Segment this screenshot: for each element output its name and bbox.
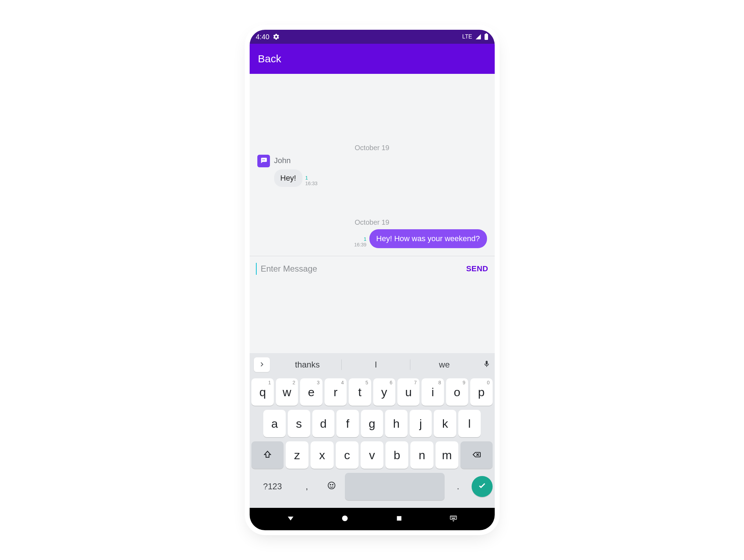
send-button[interactable]: SEND [466, 264, 488, 273]
key-j[interactable]: j [410, 410, 432, 437]
key-s[interactable]: s [288, 410, 310, 437]
signal-icon [475, 34, 481, 40]
chat-bubble-icon [260, 156, 267, 166]
message-bubble-incoming: Hey! [274, 169, 303, 187]
phone-frame: 4:40 LTE Back October 19 John [250, 30, 495, 530]
sender-name: John [274, 155, 291, 167]
shift-key[interactable] [251, 441, 283, 469]
key-c[interactable]: c [336, 441, 359, 469]
key-number: 1 [268, 380, 271, 385]
key-z[interactable]: z [286, 441, 308, 469]
avatar[interactable] [257, 155, 270, 167]
period-key[interactable]: . [447, 473, 469, 500]
status-time: 4:40 [256, 33, 270, 41]
key-number: 0 [487, 380, 490, 385]
keyboard-row: q1w2e3r4t5y6u7i8o9p0 [252, 378, 493, 406]
suggestion-item[interactable]: thanks [273, 360, 342, 370]
message-outgoing[interactable]: 1 16:39 Hey! How was your weekend? [250, 229, 495, 248]
enter-key[interactable] [472, 476, 493, 497]
key-a[interactable]: a [263, 410, 286, 437]
key-number: 9 [463, 380, 465, 385]
suggestion-bar: thanks I we [250, 353, 495, 376]
key-number: 8 [438, 380, 441, 385]
message-time: 16:33 [305, 181, 318, 186]
key-d[interactable]: d [312, 410, 335, 437]
suggestion-item[interactable]: we [410, 360, 479, 370]
backspace-key[interactable] [460, 441, 492, 469]
svg-point-3 [263, 160, 264, 160]
keyboard-hide-icon [449, 514, 458, 524]
keyboard-row: asdfghjkl [252, 410, 493, 437]
status-bar: 4:40 LTE [250, 30, 495, 44]
message-meta: 1 16:33 [305, 175, 318, 187]
key-q[interactable]: q1 [251, 378, 273, 406]
key-e[interactable]: e3 [300, 378, 322, 406]
spacebar-key[interactable] [345, 473, 445, 500]
message-bubble-outgoing: Hey! How was your weekend? [369, 229, 487, 248]
backspace-icon [471, 448, 482, 462]
key-h[interactable]: h [385, 410, 408, 437]
suggestion-item[interactable]: I [342, 360, 410, 370]
status-network: LTE [462, 34, 472, 40]
key-w[interactable]: w2 [276, 378, 298, 406]
key-b[interactable]: b [385, 441, 408, 469]
nav-home-button[interactable] [334, 514, 355, 524]
key-n[interactable]: n [410, 441, 433, 469]
emoji-icon [327, 481, 336, 492]
triangle-down-icon [286, 514, 295, 524]
key-m[interactable]: m [436, 441, 458, 469]
circle-icon [341, 514, 349, 524]
read-count: 1 [364, 236, 367, 242]
key-r[interactable]: r4 [325, 378, 347, 406]
key-number: 2 [292, 380, 295, 385]
svg-rect-16 [452, 518, 455, 519]
key-number: 6 [390, 380, 392, 385]
emoji-key[interactable] [320, 473, 343, 500]
shift-icon [263, 448, 272, 462]
microphone-button[interactable] [479, 360, 495, 369]
key-number: 3 [317, 380, 320, 385]
square-icon [395, 514, 403, 524]
check-icon [478, 481, 487, 492]
key-v[interactable]: v [361, 441, 383, 469]
message-meta: 1 16:39 [354, 236, 367, 248]
svg-point-6 [330, 484, 331, 485]
date-separator: October 19 [250, 218, 495, 226]
key-number: 7 [414, 380, 417, 385]
nav-back-button[interactable] [280, 514, 301, 524]
key-u[interactable]: u7 [397, 378, 419, 406]
battery-icon [484, 33, 488, 40]
message-time: 16:39 [354, 242, 367, 247]
key-y[interactable]: y6 [373, 378, 395, 406]
message-incoming[interactable]: Hey! 1 16:33 [250, 169, 495, 187]
chevron-right-icon [259, 360, 265, 369]
key-o[interactable]: o9 [446, 378, 468, 406]
back-button[interactable]: Back [258, 53, 281, 65]
svg-point-7 [332, 484, 333, 485]
key-t[interactable]: t5 [349, 378, 371, 406]
key-x[interactable]: x [311, 441, 333, 469]
chat-area[interactable]: October 19 John Hey! 1 16:33 October 19 … [250, 74, 495, 353]
comma-key[interactable]: , [295, 473, 318, 500]
key-g[interactable]: g [361, 410, 383, 437]
svg-rect-13 [453, 517, 454, 517]
svg-rect-10 [450, 516, 457, 519]
expand-suggestions-button[interactable] [254, 357, 270, 372]
nav-recent-button[interactable] [389, 514, 410, 524]
key-l[interactable]: l [458, 410, 481, 437]
key-i[interactable]: i8 [422, 378, 444, 406]
key-p[interactable]: p0 [470, 378, 492, 406]
message-input[interactable] [261, 264, 462, 274]
app-bar: Back [250, 44, 495, 74]
svg-point-4 [264, 160, 265, 160]
key-number: 4 [341, 380, 344, 385]
symbols-key[interactable]: ?123 [252, 473, 294, 500]
key-k[interactable]: k [434, 410, 456, 437]
svg-rect-11 [451, 517, 452, 517]
soft-keyboard: thanks I we q1w2e3r4t5y6u7i8o9p0 asdfghj… [250, 353, 495, 508]
text-cursor [256, 263, 257, 275]
microphone-icon [483, 360, 491, 369]
gear-icon [273, 33, 280, 40]
key-f[interactable]: f [336, 410, 359, 437]
nav-keyboard-button[interactable] [443, 514, 464, 524]
